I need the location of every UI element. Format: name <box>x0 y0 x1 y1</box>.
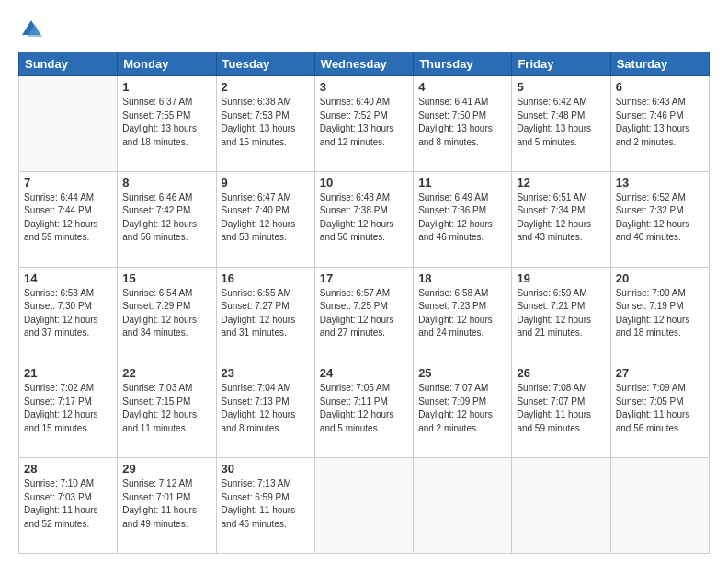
day-info: Sunrise: 6:53 AM Sunset: 7:30 PM Dayligh… <box>24 287 112 340</box>
day-info: Sunrise: 7:04 AM Sunset: 7:13 PM Dayligh… <box>222 382 310 435</box>
day-number: 1 <box>122 80 210 94</box>
day-cell: 5Sunrise: 6:42 AM Sunset: 7:48 PM Daylig… <box>512 76 610 172</box>
day-info: Sunrise: 6:57 AM Sunset: 7:25 PM Dayligh… <box>320 287 408 340</box>
day-number: 14 <box>24 271 112 285</box>
week-row-2: 7Sunrise: 6:44 AM Sunset: 7:44 PM Daylig… <box>19 171 710 267</box>
header-saturday: Saturday <box>610 52 709 76</box>
weekday-header-row: Sunday Monday Tuesday Wednesday Thursday… <box>19 52 710 76</box>
day-info: Sunrise: 7:00 AM Sunset: 7:19 PM Dayligh… <box>616 287 704 340</box>
day-cell <box>610 458 709 554</box>
day-number: 24 <box>320 366 408 380</box>
day-number: 25 <box>418 366 506 380</box>
week-row-4: 21Sunrise: 7:02 AM Sunset: 7:17 PM Dayli… <box>19 362 710 458</box>
day-cell: 9Sunrise: 6:47 AM Sunset: 7:40 PM Daylig… <box>216 171 314 267</box>
day-cell: 1Sunrise: 6:37 AM Sunset: 7:55 PM Daylig… <box>118 76 216 172</box>
day-cell <box>314 458 413 554</box>
day-info: Sunrise: 6:51 AM Sunset: 7:34 PM Dayligh… <box>517 191 605 245</box>
logo-icon <box>18 17 44 42</box>
day-cell: 8Sunrise: 6:46 AM Sunset: 7:42 PM Daylig… <box>118 171 216 267</box>
day-cell: 3Sunrise: 6:40 AM Sunset: 7:52 PM Daylig… <box>314 76 413 172</box>
day-cell: 19Sunrise: 6:59 AM Sunset: 7:21 PM Dayli… <box>512 267 610 362</box>
day-number: 17 <box>320 271 408 285</box>
day-info: Sunrise: 7:08 AM Sunset: 7:07 PM Dayligh… <box>517 382 605 435</box>
day-number: 27 <box>616 366 704 380</box>
day-info: Sunrise: 6:40 AM Sunset: 7:52 PM Dayligh… <box>320 96 408 149</box>
day-cell: 27Sunrise: 7:09 AM Sunset: 7:05 PM Dayli… <box>610 362 709 458</box>
day-number: 22 <box>122 366 210 380</box>
day-info: Sunrise: 7:02 AM Sunset: 7:17 PM Dayligh… <box>24 382 112 435</box>
day-number: 11 <box>418 176 506 190</box>
day-info: Sunrise: 6:54 AM Sunset: 7:29 PM Dayligh… <box>122 287 210 340</box>
day-number: 28 <box>24 462 112 476</box>
day-info: Sunrise: 6:43 AM Sunset: 7:46 PM Dayligh… <box>616 96 704 149</box>
header-sunday: Sunday <box>19 52 118 76</box>
day-info: Sunrise: 6:49 AM Sunset: 7:36 PM Dayligh… <box>418 191 506 245</box>
day-info: Sunrise: 6:38 AM Sunset: 7:53 PM Dayligh… <box>222 96 310 149</box>
day-number: 4 <box>418 80 506 94</box>
day-number: 29 <box>122 462 210 476</box>
day-number: 3 <box>320 80 408 94</box>
header-monday: Monday <box>118 52 216 76</box>
day-number: 30 <box>222 462 310 476</box>
day-info: Sunrise: 6:44 AM Sunset: 7:44 PM Dayligh… <box>24 191 112 245</box>
day-info: Sunrise: 6:42 AM Sunset: 7:48 PM Dayligh… <box>517 96 605 149</box>
day-cell: 4Sunrise: 6:41 AM Sunset: 7:50 PM Daylig… <box>414 76 512 172</box>
day-info: Sunrise: 6:52 AM Sunset: 7:32 PM Dayligh… <box>616 191 704 245</box>
day-number: 9 <box>222 176 310 190</box>
day-cell: 13Sunrise: 6:52 AM Sunset: 7:32 PM Dayli… <box>610 171 709 267</box>
day-info: Sunrise: 6:58 AM Sunset: 7:23 PM Dayligh… <box>418 287 506 340</box>
calendar: Sunday Monday Tuesday Wednesday Thursday… <box>18 52 710 554</box>
day-cell: 12Sunrise: 6:51 AM Sunset: 7:34 PM Dayli… <box>512 171 610 267</box>
day-number: 16 <box>222 271 310 285</box>
day-cell: 25Sunrise: 7:07 AM Sunset: 7:09 PM Dayli… <box>414 362 512 458</box>
day-cell: 18Sunrise: 6:58 AM Sunset: 7:23 PM Dayli… <box>414 267 512 362</box>
day-info: Sunrise: 6:55 AM Sunset: 7:27 PM Dayligh… <box>222 287 310 340</box>
day-info: Sunrise: 6:46 AM Sunset: 7:42 PM Dayligh… <box>122 191 210 245</box>
day-info: Sunrise: 6:59 AM Sunset: 7:21 PM Dayligh… <box>517 287 605 340</box>
day-number: 21 <box>24 366 112 380</box>
day-cell: 21Sunrise: 7:02 AM Sunset: 7:17 PM Dayli… <box>19 362 118 458</box>
day-number: 26 <box>517 366 605 380</box>
header-friday: Friday <box>512 52 610 76</box>
week-row-3: 14Sunrise: 6:53 AM Sunset: 7:30 PM Dayli… <box>19 267 710 362</box>
day-number: 5 <box>517 80 605 94</box>
day-info: Sunrise: 6:37 AM Sunset: 7:55 PM Dayligh… <box>122 96 210 149</box>
day-number: 8 <box>122 176 210 190</box>
day-info: Sunrise: 7:03 AM Sunset: 7:15 PM Dayligh… <box>122 382 210 435</box>
day-info: Sunrise: 7:05 AM Sunset: 7:11 PM Dayligh… <box>320 382 408 435</box>
day-cell: 30Sunrise: 7:13 AM Sunset: 6:59 PM Dayli… <box>216 458 314 554</box>
day-number: 6 <box>616 80 704 94</box>
day-number: 13 <box>616 176 704 190</box>
day-number: 10 <box>320 176 408 190</box>
day-number: 12 <box>517 176 605 190</box>
day-number: 18 <box>418 271 506 285</box>
day-cell: 10Sunrise: 6:48 AM Sunset: 7:38 PM Dayli… <box>314 171 413 267</box>
day-number: 7 <box>24 176 112 190</box>
day-cell: 26Sunrise: 7:08 AM Sunset: 7:07 PM Dayli… <box>512 362 610 458</box>
day-number: 15 <box>122 271 210 285</box>
day-info: Sunrise: 7:07 AM Sunset: 7:09 PM Dayligh… <box>418 382 506 435</box>
day-cell: 22Sunrise: 7:03 AM Sunset: 7:15 PM Dayli… <box>118 362 216 458</box>
day-cell: 20Sunrise: 7:00 AM Sunset: 7:19 PM Dayli… <box>610 267 709 362</box>
day-number: 2 <box>222 80 310 94</box>
day-cell <box>512 458 610 554</box>
day-info: Sunrise: 6:48 AM Sunset: 7:38 PM Dayligh… <box>320 191 408 245</box>
day-cell: 15Sunrise: 6:54 AM Sunset: 7:29 PM Dayli… <box>118 267 216 362</box>
day-number: 20 <box>616 271 704 285</box>
page: Sunday Monday Tuesday Wednesday Thursday… <box>0 0 728 563</box>
day-info: Sunrise: 7:13 AM Sunset: 6:59 PM Dayligh… <box>222 477 310 531</box>
day-cell: 17Sunrise: 6:57 AM Sunset: 7:25 PM Dayli… <box>314 267 413 362</box>
day-info: Sunrise: 6:47 AM Sunset: 7:40 PM Dayligh… <box>222 191 310 245</box>
logo <box>18 17 48 42</box>
day-cell <box>19 76 118 172</box>
day-cell: 29Sunrise: 7:12 AM Sunset: 7:01 PM Dayli… <box>118 458 216 554</box>
day-info: Sunrise: 7:09 AM Sunset: 7:05 PM Dayligh… <box>616 382 704 435</box>
day-number: 19 <box>517 271 605 285</box>
day-cell: 11Sunrise: 6:49 AM Sunset: 7:36 PM Dayli… <box>414 171 512 267</box>
week-row-5: 28Sunrise: 7:10 AM Sunset: 7:03 PM Dayli… <box>19 458 710 554</box>
day-cell: 24Sunrise: 7:05 AM Sunset: 7:11 PM Dayli… <box>314 362 413 458</box>
day-info: Sunrise: 6:41 AM Sunset: 7:50 PM Dayligh… <box>418 96 506 149</box>
header-tuesday: Tuesday <box>216 52 314 76</box>
header <box>18 17 710 42</box>
day-info: Sunrise: 7:10 AM Sunset: 7:03 PM Dayligh… <box>24 477 112 531</box>
